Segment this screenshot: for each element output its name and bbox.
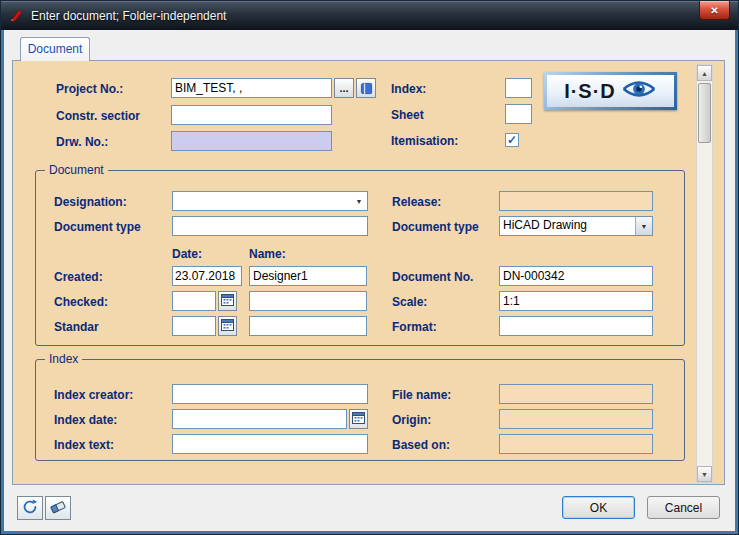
scroll-down-button[interactable]: ▼ (697, 466, 712, 482)
document-type-value: HiCAD Drawing (500, 217, 635, 235)
vertical-scrollbar[interactable]: ▲ ▼ (696, 64, 713, 483)
name-column-header: Name: (249, 247, 286, 261)
origin-input (499, 409, 653, 429)
standard-name-input[interactable] (249, 316, 367, 336)
sheet-label: Sheet (391, 108, 424, 122)
checked-name-input[interactable] (249, 291, 367, 311)
ok-button[interactable]: OK (562, 496, 635, 519)
file-name-label: File name: (392, 388, 451, 402)
project-no-input[interactable] (171, 78, 332, 98)
project-browse-button[interactable]: ... (334, 78, 354, 98)
close-icon: ✕ (710, 5, 718, 16)
refresh-icon (22, 499, 38, 518)
constr-section-label: Constr. sectior (56, 109, 140, 123)
index-date-label: Index date: (54, 413, 117, 427)
release-label: Release: (392, 195, 441, 209)
based-on-label: Based on: (392, 438, 450, 452)
created-date-input[interactable] (172, 266, 242, 286)
calendar-icon (221, 293, 234, 309)
document-group-legend: Document (45, 163, 108, 177)
document-group: Document Designation: ▼ Release: Documen… (35, 170, 685, 346)
document-type2-label: Document type (392, 220, 479, 234)
tab-document[interactable]: Document (20, 37, 90, 61)
document-type-combobox[interactable]: HiCAD Drawing ▼ (499, 216, 653, 236)
document-no-label: Document No. (392, 270, 473, 284)
index-group: Index Index creator: File name: Index da… (35, 359, 685, 461)
standard-date-picker-button[interactable] (218, 316, 237, 336)
format-input[interactable] (499, 316, 653, 336)
constr-section-input[interactable] (171, 105, 332, 125)
index-creator-label: Index creator: (54, 388, 133, 402)
calendar-icon (221, 318, 234, 334)
calendar-icon (352, 411, 365, 427)
arrow-down-icon: ▼ (701, 471, 708, 478)
drw-no-input (171, 131, 332, 151)
checked-label: Checked: (54, 295, 108, 309)
based-on-input (499, 434, 653, 454)
index-text-input[interactable] (172, 434, 368, 454)
drw-no-label: Drw. No.: (56, 135, 108, 149)
chevron-down-icon: ▼ (635, 217, 652, 235)
app-icon (9, 8, 25, 24)
eye-icon (621, 76, 657, 106)
designation-label: Designation: (54, 195, 127, 209)
date-column-header: Date: (172, 247, 202, 261)
isd-logo-text: I·S·D (564, 80, 616, 103)
scale-input[interactable] (499, 291, 653, 311)
tab-document-label: Document (28, 42, 83, 56)
window-title: Enter document; Folder-independent (31, 9, 226, 23)
sheet-input[interactable] (505, 104, 532, 124)
dialog-client-area: Document Project No.: ... Index: (4, 30, 735, 531)
index-group-legend: Index (45, 352, 82, 366)
itemisation-label: Itemisation: (391, 134, 458, 148)
checked-date-input[interactable] (172, 291, 216, 311)
document-no-input[interactable] (499, 266, 653, 286)
scale-label: Scale: (392, 295, 427, 309)
designation-value (173, 192, 351, 210)
index-text-label: Index text: (54, 438, 114, 452)
eraser-icon (50, 499, 66, 518)
index-date-picker-button[interactable] (349, 409, 368, 429)
isd-logo: I·S·D (544, 72, 677, 110)
document-tab-page: Project No.: ... Index: I·S·D (12, 60, 725, 485)
scrollbar-thumb[interactable] (698, 83, 711, 143)
created-label: Created: (54, 270, 103, 284)
check-icon: ✓ (507, 134, 517, 146)
title-bar[interactable]: Enter document; Folder-independent ✕ (1, 1, 738, 30)
dialog-window: Enter document; Folder-independent ✕ Doc… (0, 0, 739, 535)
eraser-button[interactable] (45, 496, 71, 520)
release-input (499, 191, 653, 211)
created-name-input[interactable] (249, 266, 367, 286)
refresh-button[interactable] (17, 496, 43, 520)
ellipsis-icon: ... (339, 84, 348, 92)
index-label: Index: (391, 82, 426, 96)
document-type-input[interactable] (172, 216, 368, 236)
index-date-input[interactable] (172, 409, 347, 429)
file-name-input (499, 384, 653, 404)
designation-combobox[interactable]: ▼ (172, 191, 368, 211)
checked-date-picker-button[interactable] (218, 291, 237, 311)
project-no-label: Project No.: (56, 82, 123, 96)
index-input[interactable] (505, 78, 532, 98)
format-label: Format: (392, 320, 437, 334)
itemisation-checkbox[interactable]: ✓ (505, 133, 519, 147)
document-type-label: Document type (54, 220, 141, 234)
origin-label: Origin: (392, 413, 431, 427)
project-catalog-button[interactable] (356, 78, 376, 98)
index-creator-input[interactable] (172, 384, 368, 404)
arrow-up-icon: ▲ (701, 70, 708, 77)
standard-date-input[interactable] (172, 316, 216, 336)
cancel-button[interactable]: Cancel (647, 496, 720, 519)
standard-label: Standar (54, 320, 99, 334)
book-icon (360, 82, 373, 95)
scroll-up-button[interactable]: ▲ (697, 65, 712, 81)
close-button[interactable]: ✕ (699, 1, 730, 20)
chevron-down-icon: ▼ (351, 192, 367, 210)
